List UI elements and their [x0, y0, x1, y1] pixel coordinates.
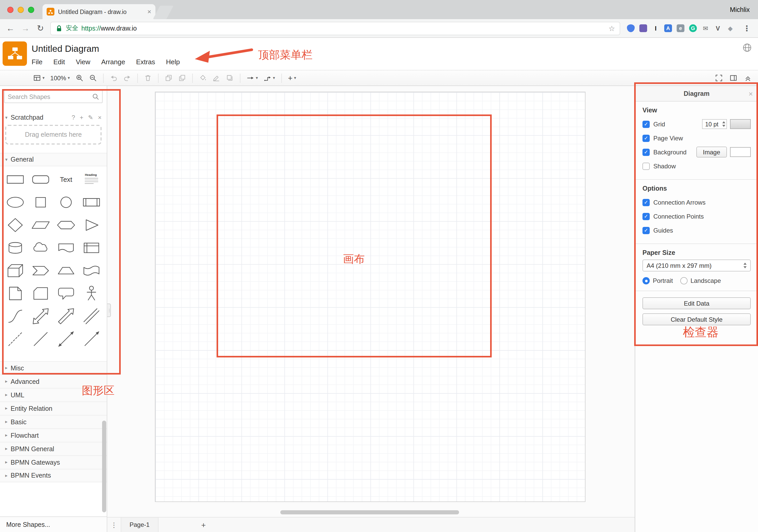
collapse-toolbar-button[interactable] [743, 74, 753, 83]
shape-rectangle[interactable] [3, 168, 28, 191]
zoom-in-button[interactable] [74, 74, 84, 83]
section-bpmn-events[interactable]: ▸BPMN Events [0, 469, 107, 482]
grid-size-stepper[interactable] [722, 121, 725, 127]
shape-textbox[interactable]: Heading [79, 168, 104, 191]
shape-search[interactable] [4, 90, 103, 103]
shape-document[interactable] [53, 236, 79, 259]
shape-step[interactable] [28, 259, 53, 282]
shape-triangle[interactable] [79, 214, 104, 236]
document-title[interactable]: Untitled Diagram [32, 43, 180, 54]
menu-file[interactable]: File [32, 58, 43, 66]
more-shapes-button[interactable]: More Shapes... [0, 516, 107, 532]
window-zoom-button[interactable] [28, 7, 34, 13]
zoom-out-button[interactable] [88, 74, 98, 83]
drawing-page[interactable] [155, 92, 585, 502]
shape-bidirectional-arrow[interactable] [28, 305, 53, 327]
fit-page-button[interactable] [714, 74, 724, 83]
section-basic[interactable]: ▸Basic [0, 415, 107, 428]
instapaper-extension-icon[interactable]: I [652, 24, 660, 32]
edit-data-button[interactable]: Edit Data [642, 297, 751, 309]
bookmark-star-icon[interactable]: ☆ [608, 24, 615, 32]
shield-extension-icon[interactable] [627, 24, 635, 32]
menu-edit[interactable]: Edit [53, 58, 65, 66]
to-front-button[interactable] [163, 74, 173, 83]
grammarly-extension-icon[interactable]: G [689, 24, 697, 32]
section-entity-relation[interactable]: ▸Entity Relation [0, 401, 107, 415]
fill-color-button[interactable] [198, 74, 208, 83]
menu-help[interactable]: Help [166, 58, 180, 66]
shape-square[interactable] [28, 191, 53, 214]
shape-curve[interactable] [3, 305, 28, 327]
menu-extras[interactable]: Extras [136, 58, 155, 66]
forward-icon[interactable]: → [20, 24, 31, 32]
shape-bidirectional-connector[interactable] [53, 327, 79, 350]
grid-color-swatch[interactable] [730, 119, 751, 129]
scratchpad-add-icon[interactable]: + [80, 114, 84, 121]
search-input[interactable] [8, 93, 90, 100]
grid-checkbox[interactable]: ✓ [642, 120, 650, 128]
section-bpmn-gateways[interactable]: ▸BPMN Gateways [0, 455, 107, 469]
add-page-button[interactable]: + [197, 520, 210, 529]
section-bpmn-general[interactable]: ▸BPMN General [0, 442, 107, 455]
shape-rounded-rectangle[interactable] [28, 168, 53, 191]
section-general[interactable]: ▾ General [0, 153, 107, 166]
background-checkbox[interactable]: ✓ [642, 149, 650, 156]
browser-tab[interactable]: Untitled Diagram - draw.io × [43, 4, 155, 19]
shape-note[interactable] [3, 282, 28, 305]
tab-close-icon[interactable]: × [147, 8, 151, 15]
shape-cube[interactable] [3, 259, 28, 282]
canvas-horizontal-scrollbar[interactable] [280, 510, 459, 515]
shape-line[interactable] [28, 327, 53, 350]
shape-directional-connector[interactable] [79, 327, 104, 350]
shape-cylinder[interactable] [3, 236, 28, 259]
address-bar[interactable]: 安全 https://www.draw.io ☆ [50, 21, 620, 35]
translate-extension-icon[interactable]: A [664, 24, 672, 32]
waypoint-dropdown[interactable]: ▾ [263, 74, 276, 83]
view-dropdown-button[interactable]: ▾ [32, 74, 46, 83]
page-tab[interactable]: Page-1 [121, 517, 158, 532]
shape-cloud[interactable] [28, 236, 53, 259]
shape-circle[interactable] [53, 191, 79, 214]
undo-button[interactable] [109, 74, 119, 83]
shape-card[interactable] [28, 282, 53, 305]
connection-points-checkbox[interactable]: ✓ [642, 213, 650, 220]
refresh-icon[interactable]: ↻ [35, 24, 46, 32]
scratchpad-close-icon[interactable]: × [98, 114, 102, 121]
clear-default-style-button[interactable]: Clear Default Style [642, 314, 751, 325]
image-button[interactable]: Image [696, 147, 727, 157]
vpn-extension-icon[interactable]: V [714, 24, 722, 32]
section-flowchart[interactable]: ▸Flowchart [0, 428, 107, 442]
shadow-button[interactable] [224, 74, 234, 83]
pages-menu-icon[interactable]: ⋮ [107, 521, 121, 529]
insert-dropdown[interactable]: + ▾ [287, 74, 297, 83]
shape-process[interactable] [79, 191, 104, 214]
scratchpad-header[interactable]: ▾ Scratchpad ? + ✎ × [0, 110, 107, 125]
canvas[interactable]: ⋮ [107, 86, 635, 517]
shape-arrow[interactable] [53, 305, 79, 327]
mail-extension-icon[interactable]: ✉ [702, 24, 709, 32]
delete-button[interactable] [143, 74, 153, 83]
browser-menu-icon[interactable]: ⋮ [743, 23, 751, 33]
shape-callout[interactable] [53, 282, 79, 305]
evernote-extension-icon[interactable]: e [677, 24, 684, 32]
window-close-button[interactable] [7, 7, 14, 13]
shape-parallelogram[interactable] [28, 214, 53, 236]
menu-arrange[interactable]: Arrange [101, 58, 125, 66]
new-tab-button[interactable] [153, 6, 174, 19]
line-color-button[interactable] [211, 74, 221, 83]
format-tab-diagram[interactable]: Diagram [684, 90, 709, 97]
shape-text[interactable]: Text [53, 168, 79, 191]
connection-arrows-checkbox[interactable]: ✓ [642, 199, 650, 206]
to-back-button[interactable] [177, 74, 187, 83]
shape-hexagon[interactable] [53, 214, 79, 236]
section-advanced[interactable]: ▸Advanced [0, 375, 107, 388]
shadow-checkbox[interactable] [642, 162, 650, 170]
section-uml[interactable]: ▸UML [0, 388, 107, 401]
scratchpad-edit-icon[interactable]: ✎ [88, 114, 93, 121]
portrait-radio[interactable] [642, 277, 650, 284]
zoom-dropdown-button[interactable]: 100% ▾ [49, 74, 71, 82]
profile-name[interactable]: Michlix [730, 6, 750, 13]
sidebar-collapse-handle[interactable]: ⋮ [107, 304, 111, 317]
shape-tape[interactable] [79, 259, 104, 282]
guides-checkbox[interactable]: ✓ [642, 227, 650, 234]
